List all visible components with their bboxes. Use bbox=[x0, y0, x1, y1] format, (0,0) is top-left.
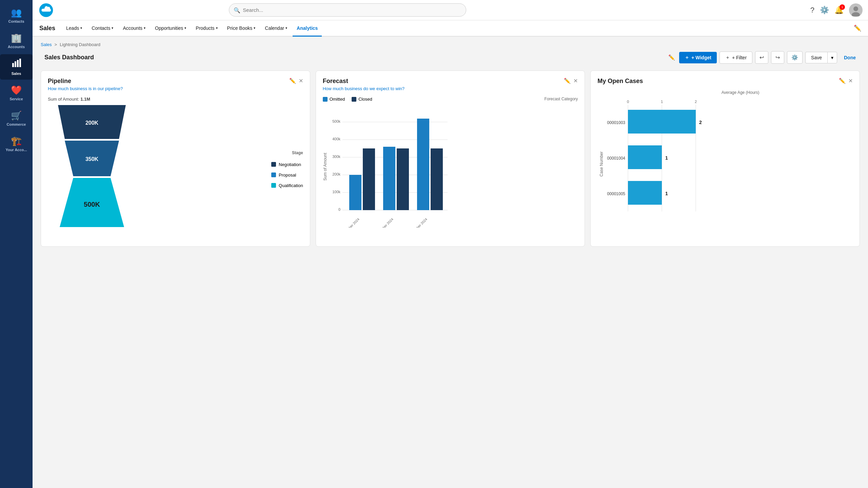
svg-text:2: 2 bbox=[695, 100, 697, 104]
nav-item-accounts[interactable]: Accounts ▾ bbox=[119, 20, 150, 37]
sidebar-item-service[interactable]: ❤️ Service bbox=[0, 81, 33, 105]
svg-text:Case Number: Case Number bbox=[599, 151, 604, 177]
breadcrumb-parent[interactable]: Sales bbox=[41, 42, 52, 47]
forecast-title: Forecast bbox=[323, 78, 348, 85]
open-cases-actions: ✏️ ✕ bbox=[839, 78, 853, 84]
content-area: Sales > Lightning Dashboard ✏️ ＋ + Widge… bbox=[33, 37, 868, 488]
accounts-chevron-icon: ▾ bbox=[144, 26, 145, 30]
nav-item-price-books[interactable]: Price Books ▾ bbox=[223, 20, 260, 37]
settings-button[interactable]: ⚙️ bbox=[820, 6, 829, 15]
svg-rect-28 bbox=[383, 147, 395, 210]
service-icon: ❤️ bbox=[11, 85, 22, 96]
sidebar-item-your-account[interactable]: 🏗️ Your Acco... bbox=[0, 132, 33, 156]
pipeline-summary-label: Sum of Amount: bbox=[48, 97, 79, 102]
svg-text:00001004: 00001004 bbox=[607, 156, 626, 161]
sidebar-item-accounts[interactable]: 🏢 Accounts bbox=[0, 29, 33, 53]
svg-text:100k: 100k bbox=[332, 190, 340, 194]
redo-button[interactable]: ↪ bbox=[771, 51, 784, 64]
add-widget-button[interactable]: ＋ + Widget bbox=[679, 52, 717, 63]
svg-text:1: 1 bbox=[665, 191, 668, 196]
nav-item-calendar[interactable]: Calendar ▾ bbox=[261, 20, 291, 37]
forecast-close-button[interactable]: ✕ bbox=[573, 78, 578, 84]
commerce-icon: 🛒 bbox=[11, 110, 22, 121]
svg-text:00001005: 00001005 bbox=[607, 191, 626, 196]
pipeline-close-button[interactable]: ✕ bbox=[299, 78, 303, 84]
nav-item-analytics[interactable]: Analytics bbox=[293, 20, 322, 37]
nav-item-opportunities[interactable]: Opportunities ▾ bbox=[151, 20, 190, 37]
dashboard-actions: ＋ + Widget ＋ + Filter ↩ ↪ ⚙️ Save ▾ Done bbox=[679, 51, 860, 64]
nav-item-leads[interactable]: Leads ▾ bbox=[62, 20, 86, 37]
dashboard-title-input[interactable] bbox=[41, 52, 664, 63]
pipeline-widget-header: Pipeline ✏️ ✕ bbox=[48, 78, 303, 85]
cases-bar-chart: 0 1 2 2 00001003 1 00001 bbox=[597, 96, 713, 218]
settings-dashboard-button[interactable]: ⚙️ bbox=[787, 51, 803, 64]
svg-text:300k: 300k bbox=[332, 155, 340, 159]
pipeline-title: Pipeline bbox=[48, 78, 71, 85]
contacts-chevron-icon: ▾ bbox=[112, 26, 113, 30]
svg-text:2: 2 bbox=[699, 120, 702, 125]
main-content: 🔍 ? ⚙️ 🔔 1 Sales Leads ▾ Contac bbox=[33, 0, 868, 488]
nav-item-contacts[interactable]: Contacts ▾ bbox=[87, 20, 117, 37]
nav-brand: Sales bbox=[39, 25, 55, 32]
search-icon: 🔍 bbox=[234, 7, 240, 13]
pipeline-summary-value: 1.1M bbox=[80, 97, 90, 102]
save-dropdown-button[interactable]: ▾ bbox=[827, 52, 837, 63]
legend-negotiation: Negotiation bbox=[271, 162, 303, 167]
save-button[interactable]: Save bbox=[805, 52, 827, 63]
search-bar: 🔍 bbox=[229, 3, 466, 17]
sales-icon bbox=[12, 58, 21, 70]
nav-edit-icon[interactable]: ✏️ bbox=[854, 24, 861, 32]
breadcrumb-current: Lightning Dashboard bbox=[60, 42, 100, 47]
dashboard-grid: Pipeline ✏️ ✕ How much business is in ou… bbox=[41, 70, 860, 247]
svg-text:500k: 500k bbox=[332, 119, 340, 123]
pipeline-actions: ✏️ ✕ bbox=[289, 78, 303, 84]
svg-text:1: 1 bbox=[661, 100, 663, 104]
opportunities-chevron-icon: ▾ bbox=[184, 26, 186, 30]
svg-text:September 2024: September 2024 bbox=[340, 217, 360, 228]
avatar[interactable] bbox=[849, 3, 863, 17]
pipeline-edit-button[interactable]: ✏️ bbox=[289, 78, 296, 84]
forecast-widget: Forecast ✏️ ✕ How much business do we ex… bbox=[316, 70, 585, 247]
sidebar-item-contacts[interactable]: 👥 Contacts bbox=[0, 3, 33, 27]
done-button[interactable]: Done bbox=[840, 52, 860, 63]
qualification-label: Qualification bbox=[279, 183, 303, 188]
svg-point-6 bbox=[853, 6, 858, 11]
svg-text:500K: 500K bbox=[84, 201, 100, 208]
forecast-edit-button[interactable]: ✏️ bbox=[564, 78, 571, 84]
pipeline-widget: Pipeline ✏️ ✕ How much business is in ou… bbox=[41, 70, 310, 247]
undo-button[interactable]: ↩ bbox=[755, 51, 768, 64]
svg-rect-30 bbox=[417, 119, 429, 210]
proposal-color bbox=[271, 172, 276, 177]
breadcrumb: Sales > Lightning Dashboard bbox=[41, 42, 860, 47]
open-cases-close-button[interactable]: ✕ bbox=[848, 78, 853, 84]
sidebar-item-commerce[interactable]: 🛒 Commerce bbox=[0, 106, 33, 130]
gear-icon: ⚙️ bbox=[820, 6, 829, 15]
topbar-actions: ? ⚙️ 🔔 1 bbox=[810, 3, 863, 17]
dashboard-header: ✏️ ＋ + Widget ＋ + Filter ↩ ↪ ⚙️ Save ▾ D… bbox=[41, 51, 860, 64]
help-button[interactable]: ? bbox=[810, 6, 814, 15]
save-group: Save ▾ bbox=[805, 52, 837, 63]
forecast-category-label: Forecast Category bbox=[545, 97, 578, 102]
notifications-button[interactable]: 🔔 1 bbox=[834, 6, 844, 15]
nav-item-products[interactable]: Products ▾ bbox=[192, 20, 221, 37]
open-cases-header: My Open Cases ✏️ ✕ bbox=[597, 78, 853, 85]
svg-rect-41 bbox=[628, 110, 696, 134]
svg-rect-27 bbox=[363, 148, 375, 210]
navbar: Sales Leads ▾ Contacts ▾ Accounts ▾ Oppo… bbox=[33, 20, 868, 37]
legend-qualification: Qualification bbox=[271, 183, 303, 188]
forecast-subtitle: How much business do we expect to win? bbox=[323, 86, 578, 91]
svg-text:400k: 400k bbox=[332, 137, 340, 141]
sidebar-item-sales[interactable]: Sales bbox=[0, 54, 33, 80]
add-filter-button[interactable]: ＋ + Filter bbox=[719, 52, 752, 64]
dashboard-title-edit-icon[interactable]: ✏️ bbox=[668, 54, 675, 61]
cases-x-label: Average Age (Hours) bbox=[628, 90, 853, 95]
search-input[interactable] bbox=[229, 3, 466, 17]
leads-chevron-icon: ▾ bbox=[80, 26, 82, 30]
open-cases-edit-button[interactable]: ✏️ bbox=[839, 78, 846, 84]
svg-rect-0 bbox=[12, 63, 14, 67]
breadcrumb-separator: > bbox=[55, 42, 57, 47]
proposal-label: Proposal bbox=[279, 172, 296, 178]
contacts-icon: 👥 bbox=[11, 7, 22, 18]
negotiation-color bbox=[271, 162, 276, 167]
svg-text:350K: 350K bbox=[85, 156, 99, 162]
